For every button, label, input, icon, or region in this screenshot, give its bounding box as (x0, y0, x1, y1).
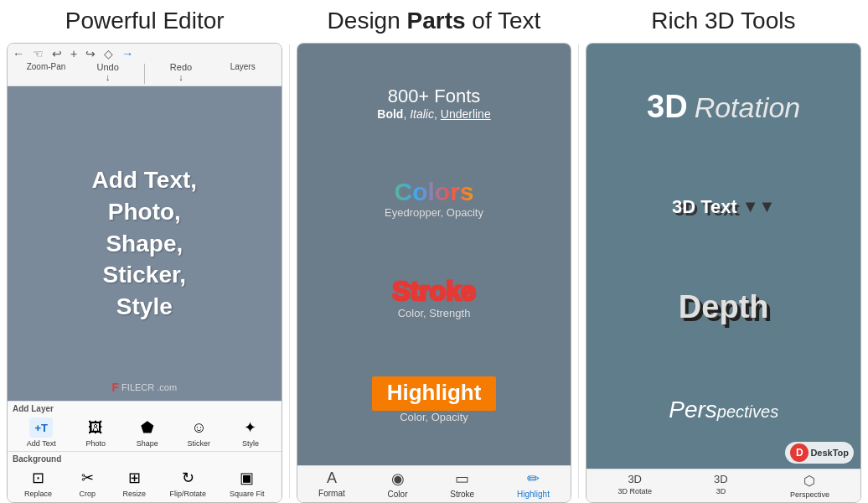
toolbar-icons: ← ☜ ↩ + ↪ ◇ → (13, 47, 276, 60)
photo-button[interactable]: 🖼 Photo (79, 416, 112, 449)
fonts-label: 800+ Fonts (388, 86, 481, 106)
3d-small: 3D (672, 196, 695, 218)
highlight-text: Highlight (387, 380, 482, 406)
3d-icon: 3D (714, 473, 728, 485)
format-label: Format (318, 489, 345, 498)
bottom-toolbar-2: A Format ◉ Color ▭ Stroke ✏ Highlight (297, 465, 571, 502)
bg-title: Background (13, 454, 276, 464)
flip-rotate-label: Flip/Rotate (169, 490, 206, 498)
replace-icon: ⊡ (27, 468, 50, 488)
crop-icon: ✂ (75, 468, 99, 488)
format-button[interactable]: A Format (318, 469, 345, 499)
square-fit-button[interactable]: ▣ Square Fit (225, 466, 270, 500)
color-label: Color (388, 490, 408, 499)
layers-label: Layers (230, 62, 256, 71)
add-layer-title: Add Layer (13, 404, 276, 413)
desktop-logo: D (790, 443, 809, 462)
3d-rotate-label: 3D Rotate (617, 487, 652, 495)
undo-label: Undo (97, 62, 119, 72)
highlight-sub: Color, Opacity (372, 411, 497, 423)
eyedropper-text: Eyedropper, Opacity (385, 206, 483, 219)
filecr-logo: F (112, 381, 120, 394)
forward-icon[interactable]: → (121, 47, 133, 60)
3d-rotate-button[interactable]: 3D 3D Rotate (617, 473, 652, 499)
3d-rotate-icon: 3D (628, 473, 642, 485)
replace-label: Replace (24, 490, 52, 498)
depth-icon: ▼▼ (742, 197, 776, 216)
style-icon: ✦ (239, 417, 262, 438)
highlight-button[interactable]: ✏ Highlight (517, 469, 550, 499)
depth-text: Depth (679, 289, 769, 325)
stroke-icon: ▭ (455, 469, 469, 488)
photo-icon: 🖼 (84, 417, 107, 438)
stroke-text: Stroke (392, 276, 476, 307)
perspective-label: Perspective (790, 490, 829, 499)
canvas-text: Add Text,Photo,Shape,Sticker,Style (84, 156, 205, 331)
fonts-text: 800+ Fonts (377, 86, 490, 107)
text-design-area: 800+ Fonts Bold, Italic, Underline Color… (297, 44, 571, 465)
format-icon: A (327, 469, 337, 487)
colors-text: Colors (385, 178, 483, 206)
sticker-icon: ☺ (187, 417, 210, 438)
square-fit-icon: ▣ (235, 468, 259, 488)
layers-icon[interactable]: ◇ (104, 47, 113, 60)
add-text-icon: +T (29, 417, 53, 438)
3d-label: 3D (716, 487, 726, 495)
highlight-block: Highlight (372, 376, 497, 411)
bold-text: Bold (377, 107, 403, 121)
add-text-label: Add Text (27, 439, 56, 448)
shape-button[interactable]: ⬟ Shape (131, 416, 164, 449)
sticker-label: Sticker (188, 439, 211, 448)
crop-button[interactable]: ✂ Crop (70, 466, 104, 500)
desktop-text: DeskTop (810, 448, 849, 458)
background-section: Background ⊡ Replace ✂ Crop ⊞ Resize (8, 451, 282, 502)
square-fit-label: Square Fit (230, 490, 265, 498)
hand-icon[interactable]: ☜ (33, 47, 44, 60)
resize-label: Resize (123, 490, 147, 498)
highlight-label: Highlight (517, 490, 550, 499)
redo-arrow: ↓ (178, 72, 183, 82)
redo-icon[interactable]: ↪ (85, 47, 96, 60)
phone-frame-3: 3D Rotation 3D Text ▼▼ Depth Perspective… (586, 43, 861, 503)
zoom-pan-label: Zoom-Pan (27, 62, 66, 71)
zoom-pan-col: Zoom-Pan (13, 62, 80, 71)
perspectives-text: Perspectives (669, 397, 778, 423)
layers-col: Layers (209, 62, 276, 71)
text-small: Text (700, 196, 737, 218)
style-button[interactable]: ✦ Style (234, 416, 267, 449)
undo-arrow: ↓ (106, 72, 111, 82)
panel3: 3D Rotation 3D Text ▼▼ Depth Perspective… (579, 39, 868, 503)
phone-frame-1: ← ☜ ↩ + ↪ ◇ → Zoom-Pan Undo ↓ (7, 43, 282, 503)
underline-text: Underline (441, 107, 491, 121)
shape-icon: ⬟ (136, 417, 159, 438)
stroke-sub: Color, Strength (392, 307, 476, 319)
filecr-watermark: F FILECR .com (112, 381, 178, 394)
tools-area: 3D Rotation 3D Text ▼▼ Depth Perspective… (586, 44, 860, 469)
style-label: Style (242, 439, 259, 448)
undo-icon[interactable]: ↩ (52, 47, 62, 60)
3d-button[interactable]: 3D 3D (714, 473, 728, 499)
back-icon[interactable]: ← (13, 47, 24, 60)
panel1-header-text: Powerful Editor (65, 8, 225, 34)
rotation-text: Rotation (695, 91, 801, 124)
sticker-button[interactable]: ☺ Sticker (182, 416, 215, 449)
replace-button[interactable]: ⊡ Replace (19, 466, 57, 500)
italic-text: Italic (410, 107, 434, 121)
panel2: 800+ Fonts Bold, Italic, Underline Color… (290, 39, 579, 503)
header-row: Powerful Editor Design Parts of Text Ric… (0, 0, 868, 39)
panel3-header: Rich 3D Tools (579, 8, 868, 34)
color-button[interactable]: ◉ Color (388, 469, 408, 499)
stroke-item: Stroke Color, Strength (392, 276, 476, 319)
add-icon[interactable]: + (70, 47, 77, 60)
toolbar-nav: Zoom-Pan Undo ↓ Redo ↓ (13, 62, 276, 84)
perspective-button[interactable]: ⬡ Perspective (790, 473, 829, 499)
stroke-button[interactable]: ▭ Stroke (450, 469, 474, 499)
perspectives-row: Perspectives (669, 397, 778, 423)
add-layer-icons: +T Add Text 🖼 Photo ⬟ Shape ☺ Sticker (13, 416, 276, 449)
add-text-button[interactable]: +T Add Text (22, 416, 61, 449)
color-icon: ◉ (391, 469, 405, 488)
toolbar: ← ☜ ↩ + ↪ ◇ → Zoom-Pan Undo ↓ (8, 44, 282, 86)
panel3-header-text: Rich 3D Tools (651, 8, 795, 34)
flip-rotate-button[interactable]: ↻ Flip/Rotate (164, 466, 211, 500)
resize-button[interactable]: ⊞ Resize (117, 466, 151, 500)
